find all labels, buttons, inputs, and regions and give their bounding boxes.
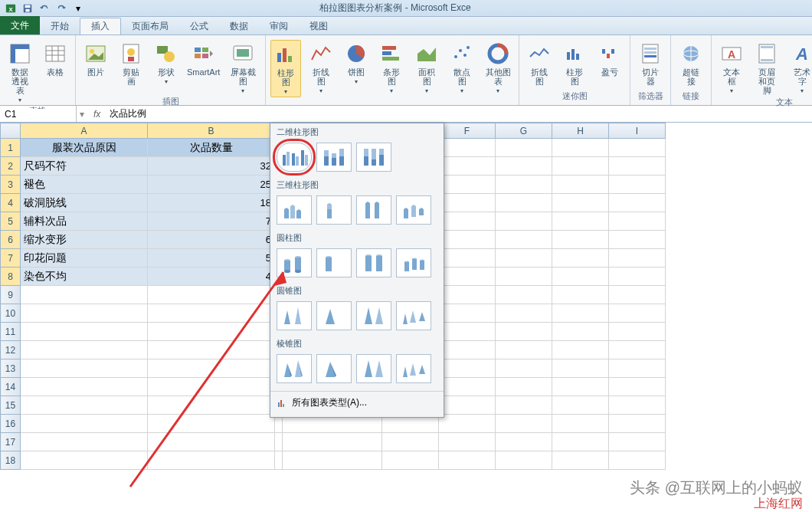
formula-input[interactable] [106,109,812,120]
cell[interactable] [439,194,496,212]
chart-thumb-3d-clustered[interactable] [277,195,312,225]
cell[interactable] [439,249,496,267]
col-header[interactable]: I [609,123,666,139]
cell[interactable] [552,323,609,341]
cell[interactable] [21,451,148,470]
cell[interactable]: 4 [148,267,275,286]
cell[interactable] [283,451,382,470]
tab-insert[interactable]: 插入 [80,18,121,34]
cell[interactable] [552,396,609,415]
cell[interactable] [496,415,552,433]
chart-thumb-cone-2[interactable] [316,301,352,330]
cell[interactable] [552,433,609,451]
headerfooter-button[interactable]: 页眉和页脚 [751,40,782,97]
bar-chart-button[interactable]: 条形图▾ [376,40,407,96]
cell[interactable] [552,378,609,396]
clipart-button[interactable]: 剪贴画 [116,40,146,87]
row-header[interactable]: 13 [1,359,21,378]
row-header[interactable]: 7 [1,249,21,267]
chart-thumb-cyl-2[interactable] [316,248,352,277]
cell[interactable] [21,341,148,359]
cell[interactable] [496,139,552,157]
cell[interactable] [496,433,552,451]
cell[interactable] [496,451,552,470]
cell[interactable]: 印花问题 [21,249,148,267]
hyperlink-button[interactable]: 超链接 [676,40,706,87]
cell[interactable] [283,433,382,451]
cell[interactable] [552,359,609,378]
cell[interactable] [148,323,275,341]
cell[interactable]: 32 [148,157,275,176]
cell[interactable] [609,231,666,249]
cell[interactable] [148,396,275,415]
row-header[interactable]: 18 [1,451,21,470]
cell[interactable] [148,433,275,451]
row-header[interactable]: 1 [1,139,21,157]
cell[interactable] [496,286,552,304]
row-header[interactable]: 3 [1,176,21,194]
cell[interactable] [496,249,552,267]
row-header[interactable]: 2 [1,157,21,176]
cell[interactable] [21,286,148,304]
cell[interactable] [496,194,552,212]
cell[interactable] [439,396,496,415]
cell[interactable]: 辅料次品 [21,212,148,231]
cell[interactable] [552,451,609,470]
cell[interactable] [148,341,275,359]
cell[interactable] [275,451,283,470]
cell[interactable] [609,433,666,451]
row-header[interactable]: 8 [1,267,21,286]
tab-formula[interactable]: 公式 [179,18,219,34]
tab-review[interactable]: 审阅 [259,18,299,34]
cell[interactable] [439,267,496,286]
chart-thumb-pyr-1[interactable] [277,354,312,383]
chart-thumb-2d-clustered[interactable] [277,143,312,172]
cell[interactable] [552,341,609,359]
cell[interactable] [496,359,552,378]
cell[interactable]: 25 [148,176,275,194]
cell[interactable] [609,212,666,231]
cell[interactable] [609,451,666,470]
cell[interactable] [148,378,275,396]
cell[interactable] [148,359,275,378]
cell[interactable] [439,415,496,433]
cell[interactable] [439,323,496,341]
cell[interactable] [609,304,666,323]
cell[interactable] [439,433,496,451]
wordart-button[interactable]: A艺术字▾ [787,40,812,96]
slicer-button[interactable]: 切片器 [635,40,666,87]
cell[interactable] [21,359,148,378]
chart-thumb-pyr-3[interactable] [356,354,391,383]
cell[interactable]: 次品数量 [148,139,275,157]
cell[interactable] [609,378,666,396]
cell[interactable] [21,415,148,433]
cell[interactable]: 尺码不符 [21,157,148,176]
area-chart-button[interactable]: 面积图▾ [411,40,442,96]
cell[interactable] [439,378,496,396]
cell[interactable] [439,212,496,231]
cell[interactable] [609,139,666,157]
smartart-button[interactable]: SmartArt [186,40,221,78]
col-header[interactable]: G [496,123,552,139]
cell[interactable] [552,176,609,194]
sparkline-line-button[interactable]: 折线图 [524,40,555,87]
line-chart-button[interactable]: 折线图▾ [306,40,336,96]
cell[interactable] [609,396,666,415]
cell[interactable] [496,267,552,286]
cell[interactable]: 6 [148,231,275,249]
sparkline-column-button[interactable]: 柱形图 [559,40,590,87]
cell[interactable] [275,433,283,451]
row-header[interactable]: 9 [1,286,21,304]
row-header[interactable]: 14 [1,378,21,396]
cell[interactable] [148,451,275,470]
cell[interactable]: 服装次品原因 [21,139,148,157]
cell[interactable] [552,415,609,433]
cell[interactable] [496,341,552,359]
row-header[interactable]: 11 [1,323,21,341]
col-header[interactable]: F [439,123,496,139]
pivot-table-button[interactable]: 数据 透视表▾ [5,40,35,105]
cell[interactable] [439,139,496,157]
other-chart-button[interactable]: 其他图表▾ [482,40,514,96]
cell[interactable] [148,286,275,304]
row-header[interactable]: 10 [1,304,21,323]
